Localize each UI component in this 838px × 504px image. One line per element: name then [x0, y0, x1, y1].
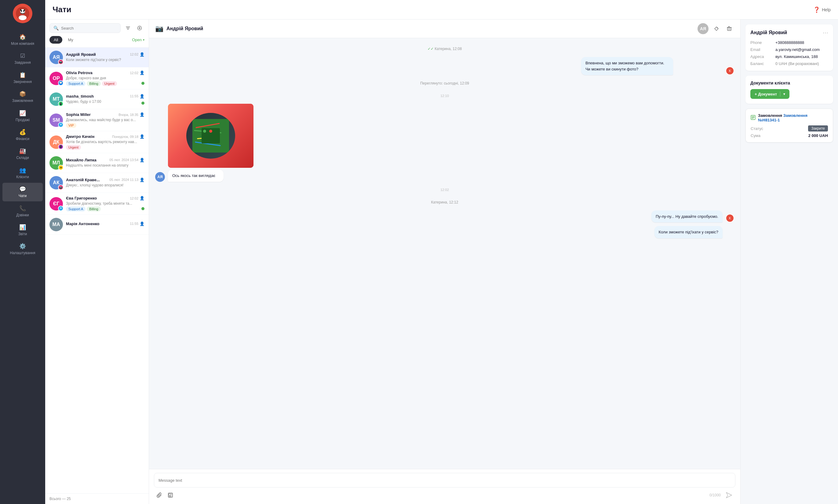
- help-button[interactable]: ❓ Help: [813, 6, 831, 13]
- chat-item-header: Михайло Липка 05 лют. 2024 13:54 👤: [66, 158, 144, 162]
- tag: Billing: [87, 81, 101, 86]
- chat-item[interactable]: АК 📷 Анатолій Краве... 05 лют. 2024 11:1…: [45, 173, 149, 193]
- sidebar-item-calls[interactable]: 📞 Дзвінки: [2, 202, 43, 220]
- header-contact-avatar: АЯ: [698, 23, 708, 34]
- contact-fields: Phone +380888888888 Email a.yaroviy.net@…: [750, 40, 828, 66]
- chat-item[interactable]: МЛ ★ Михайло Липка 05 лют. 2024 13:54 👤 …: [45, 153, 149, 173]
- tasks-icon: ☑: [20, 53, 25, 59]
- chat-header: 📷 Андрій Яровий АЯ: [149, 19, 740, 38]
- chat-item[interactable]: ДК 📱 Дмитро Качкін Понеділок, 09:18 👤 Хо…: [45, 131, 149, 153]
- message-bubble: Впевнена, що ми зможемо вам допомогти. Ч…: [581, 57, 722, 75]
- sidebar-item-finance[interactable]: 💰 Фінанси: [2, 126, 43, 144]
- send-button[interactable]: [724, 490, 734, 500]
- chat-item[interactable]: SM ✈ Sophia Miller Вчора, 18:35 👤 Домови…: [45, 109, 149, 131]
- chat-item-header: Анатолій Краве... 05 лют. 2024 11:13 👤: [66, 178, 144, 182]
- input-tools: [155, 491, 175, 500]
- agent-avatar: К: [725, 67, 734, 75]
- phone-value: +380888888888: [775, 40, 804, 45]
- totals-label: Всього — 25: [50, 497, 71, 501]
- sum-value: 2 000 UAH: [808, 133, 828, 138]
- add-document-button[interactable]: + Документ ▾: [750, 89, 789, 99]
- search-input[interactable]: [61, 26, 117, 31]
- chat-item-preview: Зробили діагностику, треба міняти та...: [66, 201, 144, 205]
- message-input-area: 0/1000: [149, 469, 740, 504]
- circuit-board: [192, 119, 229, 152]
- chat-item-time: 12:02 👤: [130, 71, 144, 75]
- sidebar-item-label: Звіти: [18, 232, 27, 236]
- contact-menu-button[interactable]: ⋯: [823, 29, 828, 36]
- chat-item-body: Марія Антоненко 11:55 👤: [66, 221, 144, 228]
- message-text: Впевнена, що ми зможемо вам допомогти. Ч…: [581, 57, 673, 75]
- phone-label: Phone: [750, 40, 772, 45]
- chat-item[interactable]: ЄГ ✈ Єва Григоренко 12:02 👤 Зробили діаг…: [45, 193, 149, 215]
- balance-value: 0 UAH (Ви розраховані): [775, 61, 819, 66]
- chat-add-button[interactable]: [135, 23, 144, 33]
- sidebar-item-settings[interactable]: ⚙️ Налаштування: [2, 240, 43, 258]
- contact-card: Андрій Яровий ⋯ Phone +380888888888 Emai…: [746, 24, 833, 71]
- chat-header-left: 📷 Андрій Яровий: [155, 25, 203, 33]
- message-input-box[interactable]: [154, 473, 735, 487]
- avatar: АК 📷: [50, 176, 63, 190]
- help-icon: ❓: [813, 6, 820, 13]
- add-doc-wrapper: + Документ ▾: [750, 89, 828, 99]
- unread-indicator: [141, 102, 144, 105]
- sum-label: Сума: [751, 133, 760, 138]
- tab-all[interactable]: All: [50, 36, 62, 43]
- order-link[interactable]: Замовлення №H81341-1: [758, 113, 807, 122]
- chat-item[interactable]: АЯ 📷 Андрій Яровий 12:02 👤 Коли зможете …: [45, 48, 149, 68]
- appeals-icon: 📋: [19, 72, 26, 78]
- sidebar-item-orders[interactable]: 📦 Замовлення: [2, 88, 43, 106]
- chat-item[interactable]: МТ 📱 masha_timosh 11:55 👤 Чудово, буду о…: [45, 89, 149, 109]
- avatar: ЄГ ✈: [50, 197, 63, 211]
- sidebar-item-chats[interactable]: 💬 Чати: [2, 183, 43, 201]
- attachment-button[interactable]: [155, 491, 164, 500]
- order-header: Замовлення Замовлення №H81341-1: [751, 113, 828, 122]
- filter-button[interactable]: [123, 23, 133, 33]
- unread-indicator: [141, 207, 144, 210]
- sidebar-item-warehouses[interactable]: 🏭 Склади: [2, 145, 43, 163]
- sidebar-item-label: Чати: [19, 194, 27, 198]
- chat-item[interactable]: OP 💬 Olivia Petrova 12:02 👤 Добре, гарно…: [45, 68, 149, 89]
- chat-item[interactable]: МА Марія Антоненко 11:55 👤: [45, 215, 149, 235]
- docs-section-title: Документи клієнта: [750, 80, 828, 86]
- chat-item-time: 12:02 👤: [130, 196, 144, 200]
- open-filter[interactable]: Open ▾: [132, 37, 144, 42]
- orders-icon: 📦: [19, 91, 26, 97]
- delete-button[interactable]: [724, 24, 734, 34]
- chat-list-panel: 🔍: [45, 19, 149, 504]
- message-timestamp: 12:02: [155, 188, 734, 192]
- clients-icon: 👥: [19, 167, 26, 174]
- chat-item-preview: Дякую:, хлопці чудово впоралися!: [66, 183, 144, 187]
- messages-area: ✓✓ Катерина, 12:08 К Впевнена, що ми змо…: [149, 38, 740, 469]
- sidebar-item-tasks[interactable]: ☑ Завдання: [2, 50, 43, 68]
- sidebar-item-clients[interactable]: 👥 Клієнти: [2, 164, 43, 182]
- svg-point-8: [717, 28, 718, 29]
- order-card: Замовлення Замовлення №H81341-1 Статус З…: [746, 109, 833, 143]
- app-logo: [13, 4, 32, 23]
- source-badge: 📷: [58, 59, 64, 65]
- sidebar-item-sales[interactable]: 📈 Продажі: [2, 107, 43, 125]
- chat-item-header: Андрій Яровий 12:02 👤: [66, 52, 144, 57]
- chat-item-body: masha_timosh 11:55 👤 Чудово, буду о 17:0…: [66, 94, 144, 105]
- sidebar-item-label: Продажі: [16, 118, 30, 122]
- filter-tabs: All My Open ▾: [50, 36, 144, 43]
- chat-list-toolbar: 🔍: [45, 19, 149, 48]
- chat-tags: Support A Billing: [66, 206, 144, 212]
- message-group: Ось якось так виглядає: [168, 104, 254, 182]
- order-field-sum: Сума 2 000 UAH: [751, 133, 828, 138]
- contact-name: Андрій Яровий: [750, 30, 787, 35]
- tab-my[interactable]: My: [64, 36, 77, 43]
- message-input[interactable]: [158, 478, 731, 483]
- settings-icon: ⚙️: [19, 243, 26, 250]
- sidebar-item-company[interactable]: 🏠 Моя компанія: [2, 31, 43, 49]
- chat-list: АЯ 📷 Андрій Яровий 12:02 👤 Коли зможете …: [45, 48, 149, 493]
- sidebar-item-appeals[interactable]: 📋 Звернення: [2, 69, 43, 87]
- tag-button[interactable]: [712, 24, 721, 34]
- tag: Urgent: [102, 81, 117, 86]
- chat-item-time: 05 лют. 2024 13:54 👤: [109, 158, 144, 162]
- sidebar-item-reports[interactable]: 📊 Звіти: [2, 221, 43, 239]
- status-badge: Закрите: [808, 125, 828, 131]
- template-button[interactable]: [166, 491, 175, 500]
- search-box[interactable]: 🔍: [50, 23, 121, 33]
- avatar: МА: [50, 218, 63, 231]
